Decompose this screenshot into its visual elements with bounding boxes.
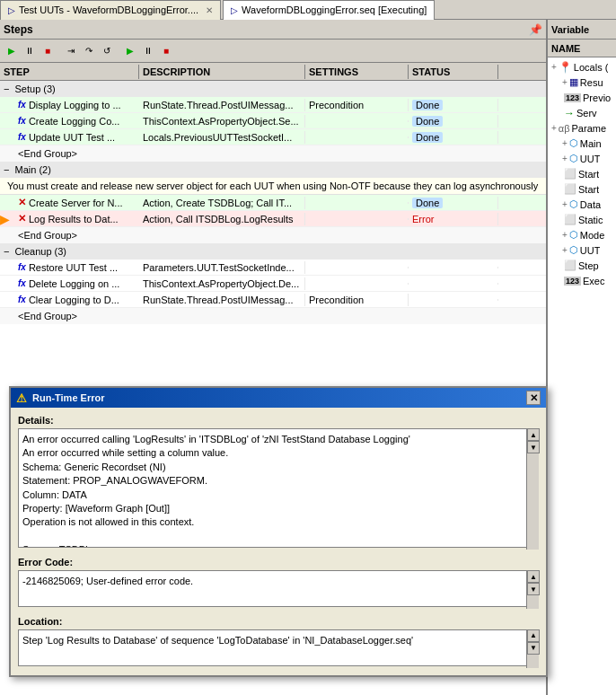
step-clear-logging[interactable]: fx Clear Logging to D... RunState.Thread… <box>0 292 546 308</box>
variables-title: Variable <box>551 24 589 35</box>
step-name-create-server: ✕ Create Server for N... <box>14 196 139 209</box>
var-icon-mode: ⬡ <box>569 229 578 241</box>
scrollbar-up-2[interactable]: ▲ <box>527 570 540 583</box>
step-name-display-logging: fx Display Logging to ... <box>14 99 139 111</box>
tab-bar: ▷ Test UUTs - WaveformDBLoggingError....… <box>0 0 616 20</box>
step-name-delete-logging: fx Delete Logging on ... <box>14 277 139 290</box>
step-desc-update-uut: Locals.PreviousUUTTestSocketI... <box>139 131 305 144</box>
var-expand-main[interactable]: + <box>562 138 568 148</box>
variables-panel: Variable NAME + 📍 Locals ( + ▦ Resu 123 … <box>548 20 616 695</box>
var-item-previous[interactable]: 123 Previo <box>560 90 614 105</box>
steps-table-header: STEP DESCRIPTION SETTINGS STATUS <box>0 63 546 81</box>
details-scrollbar[interactable]: ▲ ▼ <box>526 428 539 550</box>
scrollbar-down-2[interactable]: ▼ <box>527 583 540 595</box>
var-expand-parameters[interactable]: + <box>551 123 557 133</box>
scrollbar-down-3[interactable]: ▼ <box>527 642 540 655</box>
scrollbar-down-1[interactable]: ▼ <box>527 441 540 453</box>
step-display-logging[interactable]: fx Display Logging to ... RunState.Threa… <box>0 97 546 113</box>
var-icon-results: ▦ <box>569 76 578 88</box>
step-log-results[interactable]: ▶ ✕ Log Results to Dat... Action, Call I… <box>0 211 546 227</box>
location-textarea[interactable]: Step 'Log Results to Database' of sequen… <box>18 629 539 666</box>
dialog-title-text: Run-Time Error <box>32 392 104 403</box>
group-main[interactable]: − Main (2) <box>0 162 546 178</box>
toolbar-pause-2[interactable]: ⏸ <box>140 43 156 59</box>
var-content[interactable]: + 📍 Locals ( + ▦ Resu 123 Previo → Serv <box>548 57 616 695</box>
toolbar-step-into[interactable]: ⇥ <box>63 43 79 59</box>
group-cleanup[interactable]: − Cleanup (3) <box>0 243 546 260</box>
var-item-parameters[interactable]: + αβ Parame <box>550 120 614 136</box>
var-item-start2[interactable]: ⬜ Start <box>560 181 614 197</box>
var-label-start1: Start <box>578 169 599 180</box>
step-icon-x-1: ✕ <box>18 197 26 208</box>
var-expand-uut[interactable]: + <box>562 154 568 163</box>
toolbar-run-2[interactable]: ▶ <box>122 43 138 59</box>
pin-icon[interactable]: 📌 <box>529 23 542 36</box>
step-status-display-logging: Done <box>409 99 498 111</box>
var-item-main[interactable]: + ⬡ Main <box>560 136 614 151</box>
var-item-start1[interactable]: ⬜ Start <box>560 166 614 181</box>
toolbar-pause[interactable]: ⏸ <box>22 43 38 59</box>
step-delete-logging[interactable]: fx Delete Logging on ... ThisContext.AsP… <box>0 276 546 292</box>
toolbar-step-out[interactable]: ↺ <box>99 43 115 59</box>
details-label: Details: <box>18 415 539 426</box>
col-header-desc: DESCRIPTION <box>139 65 305 79</box>
step-create-server[interactable]: ✕ Create Server for N... Action, Create … <box>0 195 546 211</box>
var-expand-locals[interactable]: + <box>551 62 557 72</box>
step-update-uut[interactable]: fx Update UUT Test ... Locals.PreviousUU… <box>0 129 546 145</box>
tab-label-2: WaveformDBLoggingError.seq [Executing] <box>242 4 427 15</box>
tab-close-1[interactable]: ✕ <box>206 5 213 15</box>
var-item-results[interactable]: + ▦ Resu <box>560 75 614 90</box>
var-expand-results[interactable]: + <box>562 77 568 87</box>
step-status-delete-logging <box>409 283 498 285</box>
steps-panel-header: Steps 📌 <box>0 20 546 40</box>
var-expand-data[interactable]: + <box>562 199 568 209</box>
var-item-uut[interactable]: + ⬡ UUT <box>560 151 614 166</box>
scrollbar-up-3[interactable]: ▲ <box>527 629 540 642</box>
var-item-mode[interactable]: + ⬡ Mode <box>560 227 614 242</box>
var-item-data[interactable]: + ⬡ Data <box>560 197 614 212</box>
step-icon-fx-3: fx <box>18 132 26 142</box>
col-header-settings: SETTINGS <box>305 65 409 79</box>
var-item-locals[interactable]: + 📍 Locals ( <box>550 59 614 75</box>
error-code-scrollbar[interactable]: ▲ ▼ <box>526 570 539 609</box>
step-desc-delete-logging: ThisContext.AsPropertyObject.De... <box>139 277 305 290</box>
toolbar-play[interactable]: ▶ <box>4 43 20 59</box>
var-item-uut2[interactable]: + ⬡ UUT <box>560 242 614 258</box>
location-scrollbar[interactable]: ▲ ▼ <box>526 629 539 668</box>
scrollbar-up-1[interactable]: ▲ <box>527 428 540 441</box>
step-restore-uut[interactable]: fx Restore UUT Test ... Parameters.UUT.T… <box>0 260 546 276</box>
tab-test-uuts[interactable]: ▷ Test UUTs - WaveformDBLoggingError....… <box>0 0 221 20</box>
step-create-logging[interactable]: fx Create Logging Co... ThisContext.AsPr… <box>0 113 546 129</box>
details-textarea[interactable]: An error occurred calling 'LogResults' i… <box>18 428 539 548</box>
step-name-create-logging: fx Create Logging Co... <box>14 115 139 128</box>
error-code-container: -2146825069; User-defined error code. ▲ … <box>18 570 539 609</box>
endgroup-main-label: <End Group> <box>18 230 77 241</box>
var-label-results: Resu <box>580 77 603 88</box>
toolbar-step-over[interactable]: ↷ <box>81 43 97 59</box>
var-icon-locals: 📍 <box>559 61 572 74</box>
var-item-exec[interactable]: 123 Exec <box>560 273 614 288</box>
dialog-close-button[interactable]: ✕ <box>526 391 541 405</box>
var-item-server[interactable]: → Serv <box>560 105 614 120</box>
details-container: An error occurred calling 'LogResults' i… <box>18 428 539 550</box>
location-label: Location: <box>18 616 539 627</box>
step-name-restore-uut: fx Restore UUT Test ... <box>14 261 139 274</box>
step-settings-display-logging: Precondition <box>305 99 409 111</box>
var-label-mode: Mode <box>580 230 605 241</box>
var-item-static[interactable]: ⬜ Static <box>560 212 614 227</box>
endgroup-setup: <End Group> <box>0 145 546 162</box>
toolbar-stop-2[interactable]: ■ <box>158 43 174 59</box>
var-expand-mode[interactable]: + <box>562 230 568 240</box>
var-expand-uut2[interactable]: + <box>562 245 568 255</box>
var-label-server: Serv <box>576 108 597 119</box>
group-setup[interactable]: − Setup (3) <box>0 81 546 97</box>
group-setup-label: − Setup (3) <box>4 84 56 94</box>
step-icon-x-2: ✕ <box>18 213 26 224</box>
error-code-textarea[interactable]: -2146825069; User-defined error code. <box>18 570 539 607</box>
var-item-step[interactable]: ⬜ Step <box>560 258 614 273</box>
tab-waveform[interactable]: ▷ WaveformDBLoggingError.seq [Executing] <box>223 0 435 20</box>
step-status-restore-uut <box>409 267 498 268</box>
toolbar-stop[interactable]: ■ <box>40 43 56 59</box>
endgroup-main: <End Group> <box>0 227 546 243</box>
col-header-step: STEP <box>0 65 139 79</box>
